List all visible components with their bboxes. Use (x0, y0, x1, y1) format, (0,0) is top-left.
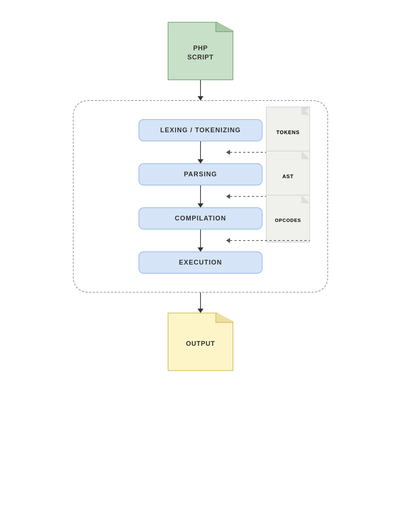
tokens-label: TOKENS (276, 129, 300, 135)
compilation-section: COMPILATION OPCODES (95, 207, 306, 230)
php-script-box: PHP SCRIPT (168, 22, 233, 80)
arrow-execution-to-output (200, 293, 201, 313)
lexing-section: LEXING / TOKENIZING TOKENS (95, 119, 306, 141)
ast-label: AST (283, 173, 294, 179)
compilation-box: COMPILATION (139, 207, 262, 230)
execution-label: EXECUTION (179, 259, 222, 266)
output-box: OUTPUT (168, 313, 233, 371)
php-line2: SCRIPT (187, 54, 214, 61)
parsing-label: PARSING (184, 171, 217, 178)
execution-box: EXECUTION (139, 251, 262, 274)
parsing-section: PARSING AST (95, 163, 306, 185)
output-label: OUTPUT (186, 340, 215, 348)
parsing-box: PARSING (139, 163, 262, 185)
dashed-outer-box: LEXING / TOKENIZING TOKENS (73, 100, 328, 293)
execution-section: EXECUTION (95, 251, 306, 274)
opcodes-dashed-arrow (226, 238, 310, 243)
lexing-box: LEXING / TOKENIZING (139, 119, 262, 141)
diagram-container: PHP SCRIPT LEXING / TOKENIZING TOKENS (44, 15, 357, 517)
opcodes-arrow-row (95, 230, 306, 251)
arrow-php-to-lexing (200, 80, 201, 100)
opcodes-label: OPCODES (275, 218, 301, 223)
compilation-label: COMPILATION (175, 215, 226, 222)
php-line1: PHP (193, 44, 208, 52)
inner-flow: LEXING / TOKENIZING TOKENS (96, 119, 305, 274)
php-script-label: PHP SCRIPT (187, 44, 214, 62)
lexing-label: LEXING / TOKENIZING (160, 126, 241, 134)
